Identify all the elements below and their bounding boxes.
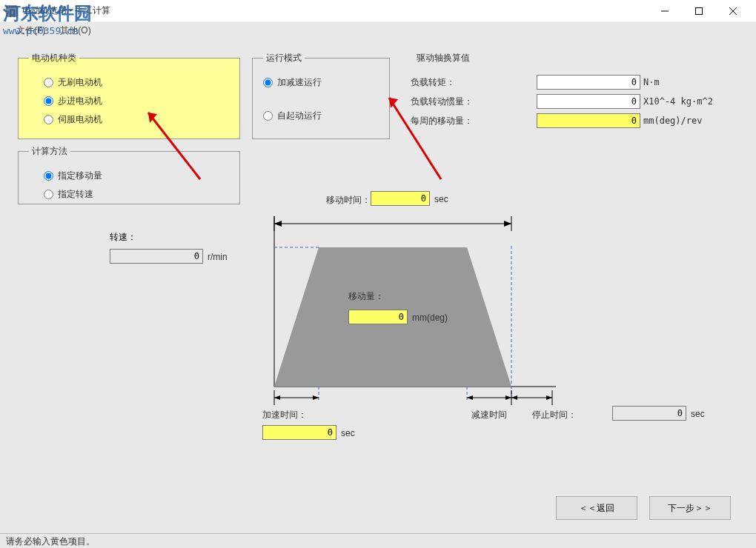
unit-speed-rpm: r/min: [208, 252, 228, 262]
input-accel[interactable]: [262, 425, 336, 440]
label-self-start: 自起动运行: [277, 110, 322, 122]
svg-marker-21: [505, 395, 511, 400]
label-accel: 加速时间：: [262, 409, 307, 421]
label-speed: 指定转速: [58, 188, 93, 201]
svg-marker-20: [467, 395, 473, 400]
input-move-amt[interactable]: [348, 310, 408, 324]
svg-marker-17: [274, 395, 280, 400]
input-move-time[interactable]: [371, 191, 430, 206]
label-stepper: 步进电动机: [58, 95, 102, 107]
input-torque[interactable]: [537, 75, 640, 90]
group-drive-values: 驱动轴换算值 负载转矩： N·m 负载转动惯量： X10^-4 kg·m^2 每…: [400, 52, 741, 139]
label-decel: 减速时间: [471, 409, 507, 421]
svg-marker-13: [504, 221, 511, 227]
status-text: 请务必输入黄色项目。: [6, 536, 95, 547]
group-motor-type: 电动机种类 无刷电动机 步进电动机 伺服电动机: [18, 52, 240, 139]
label-torque: 负载转矩：: [411, 76, 537, 89]
menu-other[interactable]: 其他(O): [53, 24, 98, 37]
input-perrev[interactable]: [537, 113, 640, 128]
unit-move-time: sec: [434, 194, 448, 204]
radio-move-amount[interactable]: [44, 171, 53, 181]
unit-move-amt: mm(deg): [412, 313, 448, 323]
svg-marker-23: [511, 395, 517, 400]
legend-calc-method: 计算方法: [29, 145, 70, 158]
label-servo: 伺服电动机: [58, 113, 102, 126]
svg-rect-1: [696, 7, 703, 14]
radio-stepper[interactable]: [44, 96, 53, 106]
legend-run-mode: 运行模式: [263, 52, 305, 64]
group-calc-method: 计算方法 指定移动量 指定转速: [18, 145, 240, 204]
window-title: 电动机选用 - 手工计算: [22, 4, 648, 17]
label-perrev: 每周的移动量：: [411, 115, 537, 127]
unit-inertia: X10^-4 kg·m^2: [643, 96, 713, 107]
radio-accel-decel[interactable]: [263, 78, 273, 87]
menubar: 文件(F) 其他(O): [0, 22, 756, 39]
unit-perrev: mm(deg)/rev: [643, 116, 702, 126]
close-button[interactable]: [716, 1, 750, 21]
back-button[interactable]: ＜＜返回: [556, 496, 637, 520]
radio-speed[interactable]: [44, 190, 53, 199]
input-speed-rpm[interactable]: [110, 249, 203, 264]
maximize-button[interactable]: [682, 1, 716, 21]
group-run-mode: 运行模式 加减速运行 自起动运行: [252, 52, 390, 139]
svg-marker-12: [274, 221, 282, 227]
svg-marker-31: [389, 98, 398, 108]
minimize-button[interactable]: [648, 1, 682, 21]
label-move-amt: 移动量：: [348, 290, 384, 303]
speed-profile-diagram: 移动时间： sec 移动量： mm(deg) 加速时间： sec 减速时间: [259, 179, 556, 446]
label-move-time: 移动时间：: [326, 194, 371, 207]
label-accel-decel: 加减速运行: [277, 76, 322, 89]
svg-marker-18: [313, 395, 319, 400]
unit-stop: sec: [691, 409, 705, 419]
svg-marker-24: [546, 395, 552, 400]
input-inertia[interactable]: [537, 94, 640, 109]
radio-servo[interactable]: [44, 115, 53, 124]
unit-torque: N·m: [643, 77, 660, 87]
titlebar: 电动机选用 - 手工计算: [0, 0, 756, 22]
menu-file[interactable]: 文件(F): [9, 24, 53, 37]
label-move-amount: 指定移动量: [58, 170, 102, 182]
label-inertia: 负载转动惯量：: [411, 96, 537, 108]
radio-brushless[interactable]: [44, 78, 53, 87]
legend-drive: 驱动轴换算值: [414, 52, 473, 64]
statusbar: 请务必输入黄色项目。: [0, 533, 756, 548]
legend-motor-type: 电动机种类: [29, 52, 79, 64]
label-brushless: 无刷电动机: [58, 76, 102, 89]
next-button[interactable]: 下一步＞＞: [649, 496, 731, 520]
unit-accel: sec: [341, 428, 355, 438]
app-icon: [6, 5, 18, 17]
trapezoid-chart: [259, 179, 556, 431]
radio-self-start[interactable]: [263, 111, 273, 121]
label-stop: 停止时间：: [532, 409, 577, 421]
input-stop[interactable]: [612, 406, 686, 421]
label-speed-rpm: 转速：: [110, 231, 136, 244]
client-area: 电动机种类 无刷电动机 步进电动机 伺服电动机 计算方法 指定移动量 指定转速 …: [0, 39, 756, 533]
